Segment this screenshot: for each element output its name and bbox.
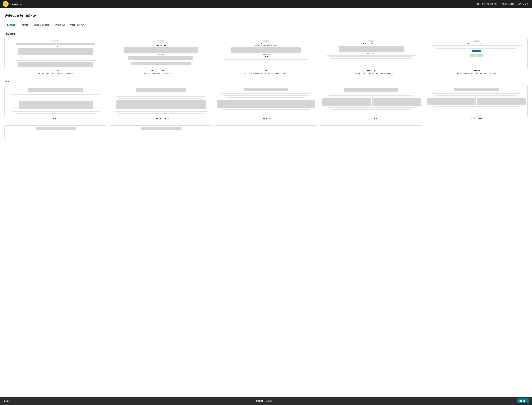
tab-layouts[interactable]: Layouts (4, 22, 18, 28)
logo-pill-2: Logo (157, 40, 164, 42)
tab-campaigns[interactable]: Campaigns (52, 22, 67, 28)
logo-pill-4: Logo (368, 40, 375, 42)
ph-b9 (322, 98, 371, 106)
ph-img6 (231, 47, 301, 53)
two-col-row-3 (427, 98, 526, 105)
template-announcement[interactable]: Logo Have an announcement to make? Share… (110, 38, 212, 74)
ph-bt6 (113, 94, 209, 94)
1-2col-full-preview (320, 86, 423, 116)
campaign-title: New Arrivals (11, 3, 22, 5)
featured-section-title: Featured (4, 32, 528, 35)
card-label-4: Follow Up (320, 70, 423, 72)
main-content: Select a template Layouts Themes Saved t… (0, 8, 532, 397)
ph-bt15 (327, 94, 416, 94)
tab-saved-templates[interactable]: Saved templates (31, 22, 52, 28)
more1-preview (4, 125, 107, 139)
card-inner-body3: Newsletters keep people engaged with you… (255, 45, 277, 46)
preview-dropdown-icon: ▾ (514, 3, 515, 5)
ph-m2 (141, 127, 181, 130)
page-title: Select a template (4, 13, 528, 18)
ph-bt21 (433, 107, 520, 107)
ph-b4 (115, 100, 206, 109)
ph-e1 (431, 45, 522, 46)
ph-bt20 (435, 95, 518, 96)
template-1-2col-full[interactable]: 1:2 Column - Full Width (320, 86, 423, 120)
logo-pill-5: Logo (473, 40, 480, 42)
template-1-2col[interactable]: 1:2 Column (215, 86, 317, 120)
template-more-2[interactable] (110, 125, 212, 141)
announcement-preview: Logo Have an announcement to make? Share… (110, 38, 212, 68)
ph-text1 (11, 59, 100, 59)
logo-icon: 🐵 (4, 2, 7, 6)
ph-b3 (136, 88, 186, 92)
template-more-1[interactable] (4, 125, 107, 141)
basic-card-label-2: 1 Column - Full Width (110, 117, 212, 119)
card-desc-3: Send a newsletter to let people know wha… (215, 72, 317, 74)
ph-t6 (331, 58, 411, 59)
ph-bt4 (12, 111, 99, 112)
ph-e2 (434, 47, 519, 47)
template-followup[interactable]: Logo Send a tailored follow-up email. Ad… (320, 38, 423, 74)
card-label-2: Make an Announcement (110, 70, 212, 72)
ph-bt2 (13, 97, 98, 97)
card-add-photo3: Add a photo here. (367, 53, 375, 54)
top-nav: 🐵 New Arrivals Help Save As Template Pre… (0, 0, 532, 8)
tabs-container: Layouts Themes Saved templates Campaigns… (4, 22, 528, 28)
card-inner-title4: Send a tailored follow-up email. (363, 43, 379, 45)
ph-img7 (339, 46, 403, 52)
basic-card-label-5: 1:2:1 Column (425, 117, 528, 119)
tab-code-your-own[interactable]: Code your own (67, 22, 87, 28)
ph-image (18, 48, 93, 55)
ph-bt7 (115, 96, 206, 97)
card-desc-2: Share details about a sale, event, or ot… (110, 72, 212, 74)
template-story[interactable]: Logo Share your story. Newsletters keep … (215, 38, 317, 74)
card-story-label: The main story (263, 56, 269, 57)
ph-img8 (470, 54, 476, 57)
logo-pill: Logo (52, 40, 59, 42)
ph-b13 (477, 98, 526, 105)
basic-card-label-1: 1 Column (4, 117, 107, 119)
more3-preview (215, 125, 317, 139)
card-inner-text: Feature the star of your product line fi… (47, 56, 64, 58)
template-1col[interactable]: 1 Column (4, 86, 107, 120)
ph-bt9 (114, 111, 207, 112)
template-1-2-1col[interactable]: 1:2:1 Column (425, 86, 528, 120)
card-desc-5: Explain your products or share knowledge… (425, 72, 528, 74)
card-desc: Market a line of products or promote sea… (4, 72, 107, 74)
ph-bt10 (118, 113, 203, 114)
ph-b1 (28, 88, 83, 93)
card-label-3: Tell A Story (215, 70, 317, 72)
1col-preview (4, 86, 107, 116)
card-inner-title5: Help people use your product or service. (467, 43, 486, 44)
template-1col-full[interactable]: 1 Column - Full Width (110, 86, 212, 120)
ph-b10 (372, 98, 421, 106)
save-exit-link[interactable]: Save & Exit ▾ (518, 3, 529, 5)
ph-bt12 (224, 95, 308, 96)
ph-image2 (18, 62, 93, 67)
ph-t2 (224, 59, 308, 60)
tab-themes[interactable]: Themes (18, 22, 31, 28)
ph-b8 (344, 88, 398, 92)
help-link[interactable]: Help (475, 3, 479, 5)
1-2-1col-preview (425, 86, 528, 116)
logo-pill-3: Logo (263, 40, 269, 42)
template-more-3[interactable] (215, 125, 317, 141)
ph-bt11 (222, 93, 310, 94)
ph-t5 (329, 56, 413, 57)
more2-preview (110, 125, 212, 139)
ph-bt17 (328, 108, 415, 108)
preview-test-link[interactable]: Preview & Test ▾ (501, 3, 515, 5)
ph-m1 (36, 127, 75, 130)
followup-preview: Logo Send a tailored follow-up email. Ad… (320, 38, 423, 68)
save-as-template-link[interactable]: Save As Template (482, 3, 498, 5)
two-col-row-2 (322, 98, 421, 106)
template-more-4[interactable] (320, 125, 423, 141)
ph-bt16 (329, 95, 413, 96)
template-educate[interactable]: Logo Help people use your product or ser… (425, 38, 528, 74)
basic-grid: 1 Column 1 Column - Full Width (4, 86, 528, 120)
template-sell-products[interactable]: Logo Showcase your products. Feature the… (4, 38, 107, 74)
nav-right: Help Save As Template Preview & Test ▾ S… (475, 3, 529, 5)
card-desc-4: Send a tailored email to people who have… (320, 72, 423, 74)
card-add-photo2: Add a photo here. (262, 54, 270, 55)
ph-img9 (477, 54, 483, 57)
